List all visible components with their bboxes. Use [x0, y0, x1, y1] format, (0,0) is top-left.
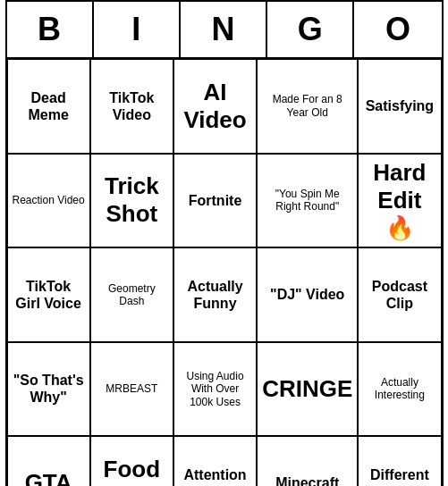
bingo-cell-10: TikTok Girl Voice [7, 247, 90, 342]
bingo-cell-21: Food Video [90, 436, 173, 486]
bingo-cell-15: "So That's Why" [7, 342, 90, 437]
bingo-cell-20: GTA [7, 436, 90, 486]
bingo-cell-2: AI Video [173, 59, 257, 154]
bingo-cell-6: Trick Shot [90, 154, 173, 248]
header-letter-I: I [94, 2, 181, 57]
bingo-cell-4: Satisfying [358, 59, 441, 154]
bingo-cell-19: Actually Interesting [358, 342, 441, 437]
header-letter-G: G [267, 2, 354, 57]
bingo-cell-22: Attention Grab [173, 436, 257, 486]
bingo-cell-16: MRBEAST [90, 342, 173, 437]
bingo-cell-5: Reaction Video [7, 154, 90, 248]
bingo-cell-23: Minecraft [257, 436, 358, 486]
bingo-cell-3: Made For an 8 Year Old [257, 59, 358, 154]
bingo-header: BINGO [7, 2, 442, 59]
bingo-cell-8: "You Spin Me Right Round" [257, 154, 358, 248]
bingo-cell-9: Hard Edit 🔥 [358, 154, 441, 248]
bingo-cell-17: Using Audio With Over 100k Uses [173, 342, 257, 437]
header-letter-O: O [354, 2, 441, 57]
bingo-cell-12: Actually Funny [173, 247, 257, 342]
bingo-card: BINGO Dead MemeTikTok VideoAI VideoMade … [5, 0, 444, 486]
bingo-cell-0: Dead Meme [7, 59, 90, 154]
bingo-cell-18: CRINGE [257, 342, 358, 437]
bingo-cell-13: "DJ" Video [257, 247, 358, 342]
bingo-grid: Dead MemeTikTok VideoAI VideoMade For an… [7, 59, 442, 486]
header-letter-N: N [181, 2, 267, 57]
header-letter-B: B [7, 2, 94, 57]
bingo-cell-24: Different Language [358, 436, 441, 486]
bingo-cell-1: TikTok Video [90, 59, 173, 154]
bingo-cell-11: Geometry Dash [90, 247, 173, 342]
bingo-cell-14: Podcast Clip [358, 247, 441, 342]
bingo-cell-7: Fortnite [173, 154, 257, 248]
